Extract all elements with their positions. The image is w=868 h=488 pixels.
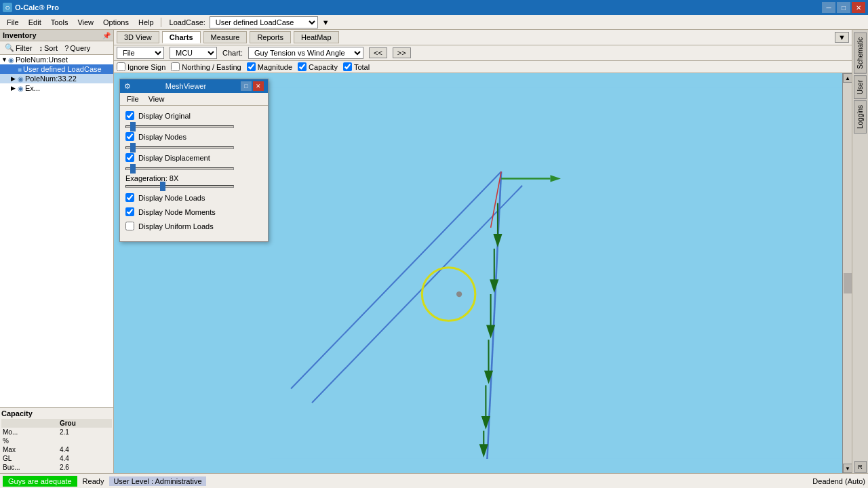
display-nodes-thumb[interactable] bbox=[130, 143, 136, 152]
main-layout: Inventory 📌 🔍 Filter ↕ Sort ? Query ▼ ◉ bbox=[0, 30, 868, 473]
capacity-row-value bbox=[58, 436, 112, 445]
chart-label: Chart: bbox=[222, 49, 243, 57]
minimize-button[interactable]: ─ bbox=[822, 2, 835, 13]
display-original-slider[interactable] bbox=[125, 125, 234, 128]
mesh-maximize-button[interactable]: □ bbox=[241, 81, 252, 91]
scroll-track bbox=[843, 83, 852, 464]
chart-select[interactable]: Guy Tension vs Wind Angle bbox=[248, 47, 363, 59]
tab-3dview[interactable]: 3D View bbox=[117, 31, 159, 43]
query-button[interactable]: ? Query bbox=[62, 43, 92, 53]
filter-button[interactable]: 🔍 Filter bbox=[3, 43, 34, 53]
display-nodes-slider[interactable] bbox=[125, 146, 234, 149]
magnitude-checkbox-item: Magnitude bbox=[247, 62, 292, 71]
northing-easting-checkbox[interactable] bbox=[171, 62, 180, 71]
mesh-dialog-title-bar: ⚙ MeshViewer □ ✕ bbox=[120, 79, 268, 93]
magnitude-checkbox[interactable] bbox=[247, 62, 256, 71]
display-original-thumb[interactable] bbox=[130, 122, 136, 131]
sidebar-tab-user[interactable]: User bbox=[854, 75, 867, 99]
mesh-dialog-controls: □ ✕ bbox=[241, 81, 264, 91]
exageration-label: Exageration: 8X bbox=[125, 174, 262, 182]
menu-view[interactable]: View bbox=[73, 17, 98, 28]
close-button[interactable]: ✕ bbox=[852, 2, 865, 13]
total-checkbox-item: Total bbox=[343, 62, 370, 71]
display-displacement-checkbox[interactable] bbox=[125, 153, 134, 162]
scroll-down-button[interactable]: ▼ bbox=[843, 464, 852, 473]
chart-prev-button[interactable]: << bbox=[369, 47, 387, 58]
tab-charts[interactable]: Charts bbox=[162, 31, 201, 43]
display-node-moments-checkbox[interactable] bbox=[125, 207, 134, 216]
folder-icon: ◉ bbox=[18, 75, 24, 83]
exageration-slider[interactable] bbox=[125, 185, 234, 188]
tree-item-label: User defined LoadCase bbox=[23, 65, 102, 73]
title-bar-controls: ─ □ ✕ bbox=[822, 2, 865, 13]
tree-item[interactable]: ▶ ◉ Ex... bbox=[0, 83, 113, 93]
chart-next-button[interactable]: >> bbox=[393, 47, 411, 58]
expand-icon: ▼ bbox=[1, 56, 8, 63]
display-original-checkbox[interactable] bbox=[125, 111, 134, 120]
capacity-row-label: Max bbox=[1, 445, 58, 454]
sort-button[interactable]: ↕ Sort bbox=[37, 43, 60, 53]
diagram-canvas bbox=[270, 73, 852, 473]
tree-view[interactable]: ▼ ◉ PoleNum:Unset ■ User defined LoadCas… bbox=[0, 55, 113, 407]
sidebar-r-button[interactable]: R bbox=[854, 461, 867, 473]
tab-heatmap[interactable]: HeatMap bbox=[294, 31, 339, 43]
tree-item[interactable]: ▶ ◉ PoleNum:33.22 bbox=[0, 74, 113, 83]
mesh-menu-file[interactable]: File bbox=[123, 94, 143, 104]
maximize-button[interactable]: □ bbox=[837, 2, 850, 13]
menu-file[interactable]: File bbox=[3, 17, 23, 28]
sidebar-tab-schematic[interactable]: Schematic bbox=[854, 33, 867, 74]
expand-icon: ▶ bbox=[11, 85, 18, 92]
mesh-close-button[interactable]: ✕ bbox=[253, 81, 264, 91]
scrollbar-vertical[interactable]: ▲ ▼ bbox=[842, 73, 852, 473]
loadcase-select[interactable]: User defined LoadCase bbox=[210, 16, 318, 28]
display-original-label: Display Original bbox=[138, 112, 191, 120]
sidebar-tab-loggins[interactable]: Loggins bbox=[854, 100, 867, 134]
capacity-label: Capacity bbox=[309, 63, 338, 71]
total-checkbox[interactable] bbox=[343, 62, 352, 71]
display-displacement-thumb[interactable] bbox=[130, 164, 136, 174]
menu-help[interactable]: Help bbox=[134, 17, 158, 28]
display-uniform-loads-label: Display Uniform Loads bbox=[138, 222, 214, 230]
charts-toolbar: File MCU Chart: Guy Tension vs Wind Angl… bbox=[114, 45, 852, 61]
display-nodes-checkbox[interactable] bbox=[125, 132, 134, 141]
capacity-checkbox[interactable] bbox=[298, 62, 307, 71]
capacity-row-label: Buc... bbox=[1, 463, 58, 472]
capacity-row: % bbox=[1, 436, 112, 445]
status-message: Guys are adequate bbox=[3, 476, 77, 487]
sort-icon: ↕ bbox=[39, 44, 43, 52]
exageration-thumb[interactable] bbox=[160, 182, 165, 191]
tab-measure[interactable]: Measure bbox=[203, 31, 248, 43]
folder-icon: ◉ bbox=[8, 56, 14, 64]
pin-button[interactable]: 📌 bbox=[102, 32, 111, 39]
display-node-loads-checkbox[interactable] bbox=[125, 193, 134, 202]
toolbar-dropdown-button[interactable]: ▼ bbox=[835, 32, 849, 43]
expand-icon: ▶ bbox=[11, 75, 18, 82]
capacity-row-label: Mo... bbox=[1, 428, 58, 436]
tree-item-selected[interactable]: ■ User defined LoadCase bbox=[0, 64, 113, 74]
capacity-col-empty bbox=[1, 419, 58, 428]
file-select[interactable]: File bbox=[117, 47, 164, 59]
tree-item-label: Ex... bbox=[25, 84, 40, 92]
ignore-sign-checkbox-item: Ignore Sign bbox=[117, 62, 165, 71]
magnitude-label: Magnitude bbox=[258, 63, 292, 71]
viewport[interactable]: ⚙ MeshViewer □ ✕ File View Display Origi… bbox=[114, 73, 852, 473]
diagram-svg bbox=[270, 73, 852, 473]
display-displacement-slider[interactable] bbox=[125, 167, 234, 170]
capacity-table: Grou Mo... 2.1 % Max 4.4 GL 4.4 bbox=[1, 419, 112, 472]
scroll-up-button[interactable]: ▲ bbox=[843, 73, 852, 83]
northing-easting-checkbox-item: Northing / Easting bbox=[171, 62, 241, 71]
mesh-menu-view[interactable]: View bbox=[144, 94, 169, 104]
display-uniform-loads-checkbox[interactable] bbox=[125, 222, 134, 230]
ignore-sign-checkbox[interactable] bbox=[117, 62, 125, 71]
capacity-row-label: % bbox=[1, 436, 58, 445]
menu-tools[interactable]: Tools bbox=[47, 17, 73, 28]
scroll-thumb[interactable] bbox=[844, 273, 852, 293]
top-toolbar: 3D View Charts Measure Reports HeatMap ▼ bbox=[114, 30, 852, 45]
tree-item[interactable]: ▼ ◉ PoleNum:Unset bbox=[0, 55, 113, 64]
title-bar: O O-Calc® Pro ─ □ ✕ bbox=[0, 0, 868, 15]
display-nodes-label: Display Nodes bbox=[138, 133, 186, 141]
mcu-select[interactable]: MCU bbox=[170, 47, 217, 59]
tab-reports[interactable]: Reports bbox=[250, 31, 291, 43]
menu-edit[interactable]: Edit bbox=[24, 17, 45, 28]
menu-options[interactable]: Options bbox=[99, 17, 133, 28]
